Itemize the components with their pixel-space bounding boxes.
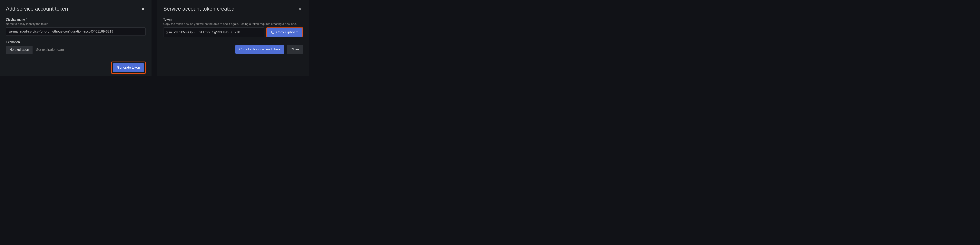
token-value-input[interactable]: [163, 27, 264, 37]
token-label: Token: [163, 18, 303, 21]
display-name-field: Display name * Name to easily identify t…: [6, 18, 146, 36]
copy-icon: [271, 30, 274, 34]
display-name-label: Display name *: [6, 18, 146, 21]
expiration-field: Expiration No expiration Set expiration …: [6, 40, 146, 54]
no-expiration-option[interactable]: No expiration: [6, 46, 33, 54]
close-button[interactable]: [298, 6, 303, 12]
add-token-panel: Add service account token Display name *…: [0, 0, 151, 76]
copy-clipboard-label: Copy clipboard: [276, 30, 299, 34]
generate-token-button[interactable]: Generate token: [113, 63, 144, 72]
close-button[interactable]: [140, 6, 146, 12]
panel-title: Add service account token: [6, 6, 68, 12]
expiration-toggle: No expiration Set expiration date: [6, 46, 67, 54]
expiration-label: Expiration: [6, 40, 146, 44]
panel-title: Service account token created: [163, 6, 234, 12]
close-icon: [141, 7, 145, 11]
close-icon: [298, 7, 302, 11]
token-hint: Copy the token now as you will not be ab…: [163, 22, 303, 25]
token-field: Token Copy the token now as you will not…: [163, 18, 303, 37]
copy-and-close-button[interactable]: Copy to clipboard and close: [235, 45, 285, 54]
panel-header: Service account token created: [163, 6, 303, 12]
panel-header: Add service account token: [6, 6, 146, 12]
close-footer-button[interactable]: Close: [287, 45, 303, 54]
token-row: Copy clipboard: [163, 27, 303, 37]
actions-row: Copy to clipboard and close Close: [163, 45, 303, 54]
token-created-panel: Service account token created Token Copy…: [158, 0, 309, 76]
actions-row: Generate token: [6, 62, 146, 74]
copy-clipboard-button[interactable]: Copy clipboard: [267, 28, 302, 37]
set-expiration-date-option[interactable]: Set expiration date: [33, 46, 67, 54]
display-name-input[interactable]: [6, 27, 146, 36]
display-name-hint: Name to easily identify the token: [6, 22, 146, 25]
svg-rect-0: [272, 32, 274, 33]
copy-highlight: Copy clipboard: [266, 27, 303, 37]
generate-highlight: Generate token: [111, 62, 146, 74]
